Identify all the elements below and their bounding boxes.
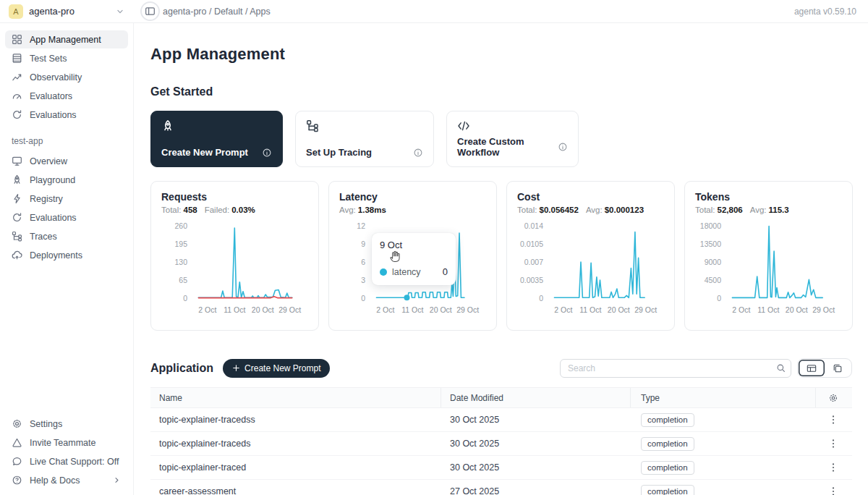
sidebar-item[interactable]: Evaluations bbox=[5, 106, 128, 124]
svg-text:6: 6 bbox=[361, 258, 365, 266]
app-date-modified: 27 Oct 2025 bbox=[441, 486, 631, 495]
sidebar-item[interactable]: Traces bbox=[5, 227, 128, 245]
sidebar-item[interactable]: Help & Docs bbox=[5, 471, 128, 489]
application-header: Application Create New Prompt bbox=[150, 358, 852, 378]
chart-meta: Avg:1.38ms bbox=[339, 206, 486, 214]
sidebar-item-label: Settings bbox=[30, 419, 62, 429]
chart-canvas[interactable]: 0.0140.01050.0070.003502 Oct11 Oct20 Oct… bbox=[517, 220, 664, 321]
sidebar-item-label: Traces bbox=[30, 232, 57, 242]
sidebar-toggle-button[interactable] bbox=[140, 1, 160, 21]
nav-icon bbox=[12, 156, 22, 166]
get-started-cards: Create New Prompt Set Up Tracing C bbox=[150, 111, 852, 167]
table-row[interactable]: topic-explainer-traceds 30 Oct 2025 comp… bbox=[150, 432, 852, 456]
application-heading: Application bbox=[150, 362, 213, 375]
chart-canvas[interactable]: 18000135009000450002 Oct11 Oct20 Oct29 O… bbox=[695, 220, 842, 321]
chart-meta-item: Failed:0.03% bbox=[205, 206, 255, 214]
app-name: career-assessment bbox=[150, 486, 441, 495]
app-type-badge: completion bbox=[641, 413, 694, 427]
svg-text:29 Oct: 29 Oct bbox=[456, 305, 479, 314]
row-menu-button[interactable] bbox=[827, 414, 839, 426]
svg-text:3: 3 bbox=[361, 276, 365, 284]
sidebar-item[interactable]: Invite Teammate bbox=[5, 433, 128, 452]
search-input[interactable] bbox=[561, 363, 770, 373]
chart-meta-item: Avg:1.38ms bbox=[339, 206, 386, 214]
table-view-button[interactable] bbox=[799, 360, 825, 376]
svg-text:11 Oct: 11 Oct bbox=[757, 305, 779, 314]
cards-view-button[interactable] bbox=[825, 360, 851, 376]
create-new-prompt-button[interactable]: Create New Prompt bbox=[223, 359, 330, 378]
svg-text:260: 260 bbox=[174, 221, 187, 230]
app-name: topic-explainer-tracedss bbox=[150, 415, 441, 425]
column-header-date[interactable]: Date Modified bbox=[441, 388, 631, 407]
chart-canvas[interactable]: 2601951306502 Oct11 Oct20 Oct29 Oct bbox=[161, 220, 308, 321]
sidebar-item[interactable]: Evaluators bbox=[5, 87, 128, 105]
svg-text:18000: 18000 bbox=[700, 221, 721, 230]
svg-text:29 Oct: 29 Oct bbox=[812, 305, 835, 314]
cost-chart-card: Cost Total:$0.056452Avg:$0.000123 0.0140… bbox=[506, 181, 675, 331]
tooltip-series-name: latency bbox=[392, 267, 421, 277]
sidebar-main-nav: App Management Test Sets Observability bbox=[0, 30, 133, 124]
chart-svg: 0.0140.01050.0070.003502 Oct11 Oct20 Oct… bbox=[517, 220, 664, 318]
table-row[interactable]: topic-explainer-traced 30 Oct 2025 compl… bbox=[150, 456, 852, 480]
sidebar-item-label: Evaluations bbox=[30, 213, 77, 223]
chart-meta-item: Avg:115.3 bbox=[750, 206, 789, 214]
row-menu-button[interactable] bbox=[827, 486, 839, 495]
nav-icon bbox=[12, 53, 22, 64]
hand-cursor-icon bbox=[388, 250, 401, 263]
sidebar-item[interactable]: Playground bbox=[5, 171, 128, 189]
table-row[interactable]: career-assessment 27 Oct 2025 completion bbox=[150, 480, 852, 495]
sidebar-item[interactable]: Evaluations bbox=[5, 208, 128, 227]
sidebar-item-label: Deployments bbox=[30, 250, 82, 261]
sidebar-footer-nav: Settings Invite Teammate Live Chat Suppo… bbox=[0, 415, 133, 495]
svg-text:130: 130 bbox=[174, 258, 187, 266]
metrics-row: Requests Total:458Failed:0.03% 260195130… bbox=[150, 181, 852, 331]
sidebar-item[interactable]: App Management bbox=[5, 30, 128, 48]
info-icon[interactable] bbox=[558, 142, 568, 152]
svg-text:29 Oct: 29 Oct bbox=[278, 305, 301, 314]
svg-text:20 Oct: 20 Oct bbox=[608, 305, 630, 314]
svg-text:2 Oct: 2 Oct bbox=[732, 305, 750, 314]
sidebar-item[interactable]: Settings bbox=[5, 415, 128, 433]
sidebar-item-label: Observability bbox=[30, 72, 82, 82]
sidebar-item[interactable]: Test Sets bbox=[5, 49, 128, 67]
app-name: topic-explainer-traceds bbox=[150, 439, 441, 449]
action-card[interactable]: Create Custom Workflow bbox=[446, 111, 579, 167]
plus-icon bbox=[232, 364, 240, 372]
row-menu-button[interactable] bbox=[827, 462, 839, 473]
svg-text:2 Oct: 2 Oct bbox=[376, 305, 394, 314]
app-type-badge: completion bbox=[641, 485, 694, 495]
sidebar-item-label: Help & Docs bbox=[30, 475, 80, 486]
app-version: agenta v0.59.10 bbox=[794, 7, 868, 17]
column-header-name[interactable]: Name bbox=[150, 388, 441, 407]
nav-icon bbox=[12, 456, 22, 467]
nav-icon bbox=[12, 72, 22, 82]
row-menu-button[interactable] bbox=[827, 438, 839, 449]
sidebar-item-label: App Management bbox=[30, 35, 101, 45]
sidebar-item[interactable]: Observability bbox=[5, 68, 128, 86]
sidebar-item[interactable]: Deployments bbox=[5, 246, 128, 264]
breadcrumb[interactable]: agenta-pro / Default / Apps bbox=[163, 7, 271, 17]
sidebar-item-label: Playground bbox=[30, 175, 75, 185]
info-icon[interactable] bbox=[262, 148, 272, 158]
column-header-type[interactable]: Type bbox=[631, 388, 816, 407]
svg-text:11 Oct: 11 Oct bbox=[224, 305, 245, 314]
sidebar-item-label: Test Sets bbox=[30, 54, 67, 64]
workspace-selector[interactable]: A agenta-pro bbox=[0, 4, 134, 19]
table-row[interactable]: topic-explainer-tracedss 30 Oct 2025 com… bbox=[150, 408, 852, 432]
search-icon[interactable] bbox=[770, 360, 791, 377]
svg-text:11 Oct: 11 Oct bbox=[401, 305, 423, 314]
sidebar-item[interactable]: Registry bbox=[5, 190, 128, 208]
nav-icon bbox=[12, 212, 22, 223]
page-title: App Management bbox=[150, 45, 852, 64]
svg-text:0: 0 bbox=[183, 294, 187, 302]
nav-icon bbox=[12, 437, 22, 448]
sidebar-item[interactable]: Overview bbox=[5, 152, 128, 170]
nav-icon bbox=[12, 193, 22, 204]
action-card[interactable]: Create New Prompt bbox=[150, 111, 283, 167]
action-card[interactable]: Set Up Tracing bbox=[295, 111, 434, 167]
info-icon[interactable] bbox=[413, 148, 423, 158]
sidebar-item[interactable]: Live Chat Support: Off bbox=[5, 452, 128, 470]
table-settings-gear-icon[interactable] bbox=[828, 393, 838, 403]
chart-title: Cost bbox=[517, 191, 664, 203]
chart-svg: 18000135009000450002 Oct11 Oct20 Oct29 O… bbox=[695, 220, 842, 318]
